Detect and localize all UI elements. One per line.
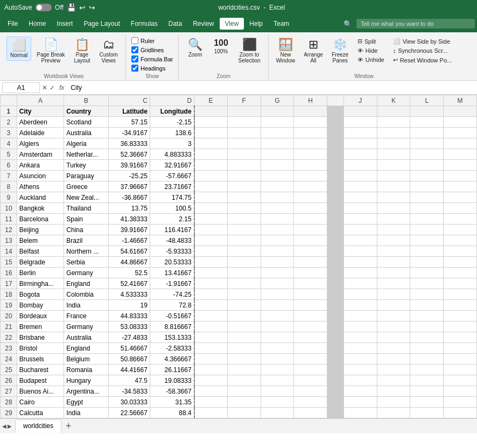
cell-6[interactable] xyxy=(261,160,294,171)
cell-5[interactable] xyxy=(261,149,294,160)
sheet-area[interactable]: A B C D E F G H J K L M 1 xyxy=(0,95,477,418)
cell-7[interactable] xyxy=(410,171,444,181)
cell-27[interactable] xyxy=(194,386,228,397)
cell-16[interactable] xyxy=(377,268,410,278)
menu-item-view[interactable]: View xyxy=(220,18,244,30)
cell-16[interactable] xyxy=(294,268,327,278)
cell-10[interactable]: Thailand xyxy=(64,203,108,214)
cell-9[interactable] xyxy=(194,192,228,203)
cell-m1[interactable] xyxy=(444,106,477,117)
cell-4[interactable]: Algiers xyxy=(17,138,64,149)
cancel-formula-icon[interactable]: ✕ xyxy=(42,84,47,92)
cell-20[interactable]: -0.51667 xyxy=(150,311,194,321)
reset-window-button[interactable]: ↩ Reset Window Po... xyxy=(390,55,455,65)
search-input[interactable] xyxy=(356,19,475,29)
cell-2[interactable] xyxy=(327,117,344,128)
freeze-panes-button[interactable]: ❄️ Freeze Panes xyxy=(328,37,352,66)
cell-9[interactable] xyxy=(227,192,261,203)
cell-24[interactable]: 50.86667 xyxy=(108,354,150,365)
cell-25[interactable] xyxy=(194,365,228,375)
cell-29[interactable] xyxy=(327,408,344,418)
cell-17[interactable]: Birmingha... xyxy=(17,278,64,289)
synchronous-scroll-button[interactable]: ↕ Synchronous Scr... xyxy=(390,46,455,55)
cell-12[interactable] xyxy=(377,225,410,235)
cell-25[interactable] xyxy=(377,365,410,375)
custom-views-button[interactable]: 🗂 Custom Views xyxy=(96,37,121,66)
cell-16[interactable] xyxy=(444,268,477,278)
cell-3[interactable] xyxy=(444,128,477,138)
cell-20[interactable] xyxy=(194,311,228,321)
cell-19[interactable] xyxy=(227,300,261,311)
cell-21[interactable]: Germany xyxy=(64,321,108,332)
tab-scroll-right[interactable]: ▶ xyxy=(8,423,12,429)
cell-19[interactable] xyxy=(261,300,294,311)
cell-11[interactable] xyxy=(261,214,294,225)
cell-19[interactable] xyxy=(343,300,377,311)
cell-3[interactable] xyxy=(261,128,294,138)
cell-27[interactable] xyxy=(410,386,444,397)
menu-item-formulas[interactable]: Formulas xyxy=(125,18,163,30)
cell-25[interactable]: 26.11667 xyxy=(150,365,194,375)
cell-24[interactable] xyxy=(377,354,410,365)
cell-12[interactable]: 116.4167 xyxy=(150,225,194,235)
cell-26[interactable] xyxy=(410,375,444,386)
cell-16[interactable]: 52.5 xyxy=(108,268,150,278)
cell-8[interactable] xyxy=(294,181,327,192)
save-icon[interactable]: 💾 xyxy=(67,3,76,12)
cell-4[interactable] xyxy=(327,138,344,149)
cell-23[interactable] xyxy=(261,343,294,354)
autosave-toggle[interactable] xyxy=(36,4,52,11)
cell-24[interactable] xyxy=(444,354,477,365)
cell-4[interactable] xyxy=(227,138,261,149)
cell-17[interactable] xyxy=(410,278,444,289)
unhide-button[interactable]: 👁 Unhide xyxy=(354,55,388,64)
cell-f1[interactable] xyxy=(227,106,261,117)
cell-11[interactable]: Spain xyxy=(64,214,108,225)
zoom-button[interactable]: 🔍 Zoom xyxy=(183,37,207,60)
cell-18[interactable] xyxy=(261,289,294,300)
cell-k1[interactable] xyxy=(377,106,410,117)
cell-22[interactable] xyxy=(377,332,410,343)
cell-5[interactable] xyxy=(410,149,444,160)
cell-16[interactable] xyxy=(194,268,228,278)
cell-10[interactable] xyxy=(294,203,327,214)
cell-25[interactable] xyxy=(227,365,261,375)
cell-9[interactable] xyxy=(410,192,444,203)
cell-14[interactable] xyxy=(194,246,228,257)
cell-19[interactable]: 72.8 xyxy=(150,300,194,311)
cell-16[interactable]: Berlin xyxy=(17,268,64,278)
col-header-d[interactable]: D xyxy=(150,95,194,106)
cell-20[interactable] xyxy=(294,311,327,321)
cell-21[interactable] xyxy=(377,321,410,332)
cell-22[interactable]: -27.4833 xyxy=(108,332,150,343)
cell-23[interactable]: -2.58333 xyxy=(150,343,194,354)
cell-14[interactable]: Belfast xyxy=(17,246,64,257)
cell-7[interactable] xyxy=(294,171,327,181)
cell-e1[interactable] xyxy=(194,106,228,117)
cell-27[interactable]: Buenos Ai... xyxy=(17,386,64,397)
menu-item-review[interactable]: Review xyxy=(187,18,219,30)
cell-6[interactable]: 32.91667 xyxy=(150,160,194,171)
cell-18[interactable]: Bogota xyxy=(17,289,64,300)
cell-9[interactable]: New Zeal... xyxy=(64,192,108,203)
cell-8[interactable]: Athens xyxy=(17,181,64,192)
cell-19[interactable] xyxy=(410,300,444,311)
cell-23[interactable] xyxy=(343,343,377,354)
cell-15[interactable] xyxy=(261,257,294,268)
cell-22[interactable] xyxy=(410,332,444,343)
cell-12[interactable] xyxy=(343,225,377,235)
cell-3[interactable]: 138.6 xyxy=(150,128,194,138)
cell-4[interactable] xyxy=(377,138,410,149)
col-header-k[interactable]: K xyxy=(377,95,410,106)
cell-7[interactable]: Asuncion xyxy=(17,171,64,181)
cell-6[interactable] xyxy=(327,160,344,171)
cell-20[interactable] xyxy=(327,311,344,321)
cell-2[interactable] xyxy=(227,117,261,128)
cell-24[interactable] xyxy=(227,354,261,365)
cell-27[interactable] xyxy=(343,386,377,397)
cell-28[interactable] xyxy=(261,397,294,408)
cell-29[interactable] xyxy=(261,408,294,418)
cell-19[interactable] xyxy=(327,300,344,311)
cell-13[interactable]: Belem xyxy=(17,235,64,246)
cell-29[interactable]: 88.4 xyxy=(150,408,194,418)
